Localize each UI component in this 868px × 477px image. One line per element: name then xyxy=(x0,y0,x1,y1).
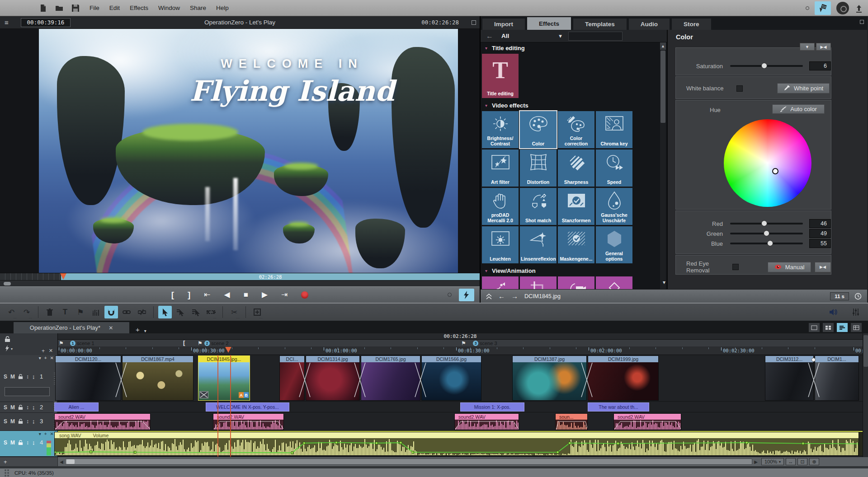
white-balance-checkbox[interactable] xyxy=(736,85,743,92)
solo-button[interactable]: S xyxy=(4,418,7,425)
tab-templates[interactable]: Templates xyxy=(573,19,627,30)
project-tab[interactable]: OperationZero - Let's Play* ✕ xyxy=(14,322,129,333)
transition-icon[interactable] xyxy=(415,362,426,398)
v-scrollbar-thumb[interactable] xyxy=(863,335,868,367)
lock-track-icon[interactable] xyxy=(18,374,23,379)
track-height-icon[interactable]: ↕ xyxy=(26,374,29,380)
jump-end-button[interactable]: ⇥ xyxy=(281,291,288,299)
audio-clip-soun[interactable]: soun... xyxy=(555,413,588,430)
range-line[interactable] xyxy=(230,355,231,457)
range-start-marker[interactable]: [ xyxy=(183,339,185,346)
green-value[interactable]: 49 xyxy=(809,229,831,238)
remove-track-icon[interactable]: ✕ xyxy=(49,348,53,354)
range-line[interactable] xyxy=(217,355,218,457)
clip-dcim1566-jpg[interactable]: DCIM1566.jpg xyxy=(421,355,481,401)
menu-edit[interactable]: Edit xyxy=(109,5,120,11)
collapse-icon[interactable]: ▾ xyxy=(485,46,487,51)
blue-slider[interactable] xyxy=(730,243,803,244)
stretch-mode-button[interactable]: … xyxy=(204,306,218,318)
chapter-flag-icon[interactable]: ⚑ xyxy=(59,340,64,346)
play-button[interactable]: ▶ xyxy=(262,291,268,299)
transition-icon[interactable] xyxy=(808,362,820,398)
red-eye-keyframe-button[interactable]: ▶◀ xyxy=(815,262,831,272)
scroll-down-icon[interactable]: ▾ xyxy=(663,279,665,285)
track-4-mini-controls[interactable]: ▾+✕ xyxy=(39,431,54,436)
collapse-up-icon[interactable] xyxy=(486,293,492,299)
mute-button[interactable]: M xyxy=(10,374,15,380)
effect-tile-motion-path[interactable] xyxy=(482,276,519,289)
tab-audio[interactable]: Audio xyxy=(629,19,670,30)
effect-tile-shot-match[interactable]: Shot match xyxy=(520,188,557,225)
red-value[interactable]: 46 xyxy=(809,219,831,228)
effect-tile-distortion[interactable]: Distortion xyxy=(520,150,557,187)
effect-tile-title-editing[interactable]: TTitle editing xyxy=(482,54,519,98)
clip-dcim1314-jpg[interactable]: DCIM1314.jpg xyxy=(306,355,360,401)
solo-button[interactable]: S xyxy=(4,440,7,446)
red-eye-manual-button[interactable]: Manual xyxy=(768,262,811,272)
menu-file[interactable]: File xyxy=(90,5,99,11)
red-eye-checkbox[interactable] xyxy=(732,264,739,270)
effects-filter[interactable]: All xyxy=(501,33,509,39)
hue-selector[interactable] xyxy=(772,168,778,174)
track-3-lane[interactable]: sound2.WAVsound2.WAVsound2.WAVsoun...sou… xyxy=(58,413,863,430)
white-point-button[interactable]: White point xyxy=(777,83,830,94)
track-collapse-icon[interactable]: ↨ xyxy=(32,374,35,380)
track-1-mini-controls[interactable]: ▾+✕ xyxy=(39,355,54,360)
transition-icon[interactable] xyxy=(354,362,366,398)
media-duration[interactable]: 11 s xyxy=(830,292,849,300)
new-file-icon[interactable] xyxy=(39,4,47,12)
clip-transition-badge[interactable] xyxy=(199,391,208,398)
stop-button[interactable]: ■ xyxy=(244,291,248,299)
track-height-icon[interactable]: ↕ xyxy=(26,418,29,425)
scene-marker-3[interactable]: 3 xyxy=(473,341,478,346)
saturation-slider[interactable] xyxy=(730,65,803,67)
track-2-lane[interactable]: Alien ...WELCOME IN X-pos. Y-pos...Missi… xyxy=(58,402,863,412)
lock-track-icon[interactable] xyxy=(18,419,23,424)
title-clip[interactable]: Alien ... xyxy=(54,402,99,412)
solo-button[interactable]: S xyxy=(4,404,7,411)
track-height-icon[interactable]: ↕ xyxy=(26,440,29,446)
effect-tile-stanzformen[interactable]: Stanzformen xyxy=(558,188,594,225)
auto-scroll-icon[interactable] xyxy=(5,345,9,351)
saturation-value[interactable]: 6 xyxy=(809,61,831,70)
snap-button[interactable] xyxy=(104,306,118,318)
scene-overview-button[interactable] xyxy=(851,323,862,332)
red-slider[interactable] xyxy=(730,223,803,224)
effect-tile-art-filter[interactable]: Art filter xyxy=(482,150,519,187)
ungroup-button[interactable] xyxy=(135,306,149,318)
scrollbar-thumb[interactable] xyxy=(660,51,665,123)
single-object-mode-button[interactable] xyxy=(174,306,187,318)
clip-dcim1120[interactable]: DCIM1120... xyxy=(55,355,121,401)
effect-tile-crop[interactable] xyxy=(520,276,557,289)
track-collapse-icon[interactable]: ↨ xyxy=(32,440,35,446)
edit-mode-button[interactable] xyxy=(815,1,831,15)
section-view-animation[interactable]: ▾View/Animation xyxy=(481,265,660,276)
track-collapse-icon[interactable]: ↨ xyxy=(32,404,35,411)
track-collapse-icon[interactable]: ↨ xyxy=(32,418,35,425)
effect-tile-speed[interactable]: Speed xyxy=(596,150,632,187)
solo-button[interactable]: S xyxy=(4,374,7,380)
timeline-view-button[interactable] xyxy=(837,323,848,332)
menu-share[interactable]: Share xyxy=(190,5,206,11)
effect-tile-general-options[interactable]: General options xyxy=(596,226,632,263)
burn-disc-button[interactable] xyxy=(836,2,849,14)
title-clip[interactable]: Mission 1: X-pos. xyxy=(460,402,524,412)
back-arrow-icon[interactable]: ← xyxy=(486,32,493,40)
mute-button[interactable]: M xyxy=(10,440,15,446)
mixer-button[interactable] xyxy=(849,306,863,318)
redo-button[interactable]: ↷… xyxy=(20,306,33,318)
range-start-button[interactable]: [ xyxy=(171,290,174,299)
tab-store[interactable]: Store xyxy=(672,19,711,30)
music-clip-song-wav[interactable]: song.WAVVolume xyxy=(54,432,859,456)
scroll-right-icon[interactable]: ▶ xyxy=(752,458,760,465)
mute-button[interactable]: M xyxy=(10,418,15,425)
scroll-up-icon[interactable]: ▲ xyxy=(660,42,666,50)
transition-icon[interactable] xyxy=(115,362,127,398)
ruler-markers-row[interactable]: [⚑1scene 1⚑2scene 2⚑3scene 3 xyxy=(58,340,863,346)
tab-effects[interactable]: Effects xyxy=(527,17,571,30)
zoom-in-button[interactable]: ⊕ xyxy=(809,458,819,465)
zoom-range-button[interactable]: ⊡ xyxy=(797,458,807,465)
instant-action-button[interactable] xyxy=(459,289,474,301)
keyframe-handle[interactable] xyxy=(811,358,816,362)
panel-menu-button[interactable]: ▼ xyxy=(800,43,815,51)
